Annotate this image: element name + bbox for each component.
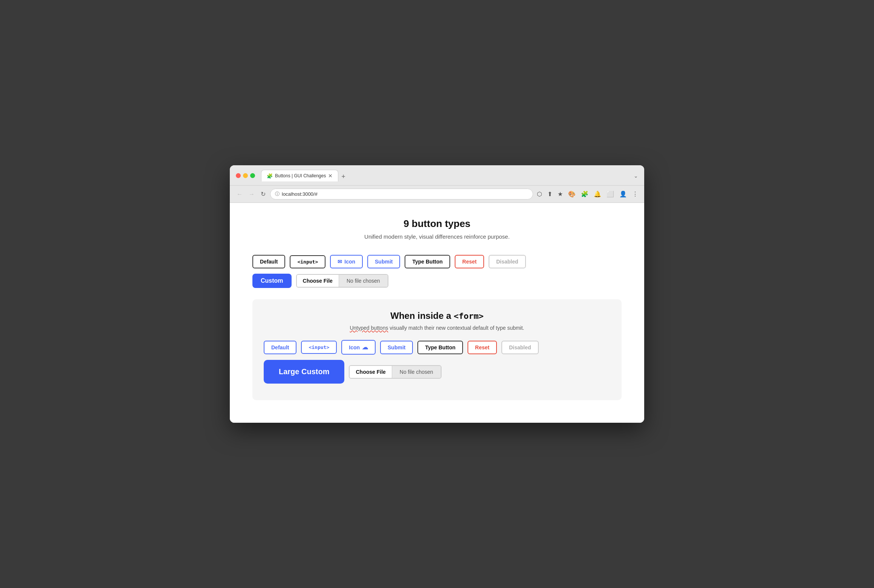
input-button[interactable]: <input>: [290, 255, 325, 268]
toolbar-actions: ⬡ ⬆ ★ 🎨 🧩 🔔 ⬜ 👤 ⋮: [536, 190, 639, 198]
subtitle-rest: visually match their new contextual defa…: [388, 325, 524, 331]
form-type-button[interactable]: Type Button: [417, 341, 463, 354]
reload-button[interactable]: ↻: [259, 190, 267, 198]
form-title-code: <form>: [454, 311, 483, 321]
form-input-button[interactable]: <input>: [301, 341, 337, 354]
security-icon: ⓘ: [275, 191, 280, 197]
icon-button[interactable]: ✉ Icon: [330, 255, 363, 268]
sidebar-icon[interactable]: ⬜: [606, 190, 615, 198]
form-title-text: When inside a: [390, 311, 454, 321]
form-section-subtitle: Untyped buttons visually match their new…: [264, 325, 610, 331]
untyped-text: Untyped buttons: [350, 325, 388, 331]
icon-button-label: Icon: [344, 259, 355, 265]
cloud-icon: ☁: [362, 344, 368, 351]
no-file-label: No file chosen: [339, 275, 388, 287]
address-text: localhost:3000/#: [282, 191, 318, 197]
maximize-button[interactable]: [250, 173, 255, 178]
open-external-icon[interactable]: ⬡: [536, 190, 543, 198]
traffic-lights: [236, 173, 255, 178]
tab-favicon: 🧩: [267, 173, 273, 179]
page-title: 9 button types: [252, 218, 622, 230]
page-content: 9 button types Unified modern style, vis…: [230, 203, 644, 423]
tab-bar: 🧩 Buttons | GUI Challenges ✕ +: [261, 170, 631, 181]
browser-titlebar: 🧩 Buttons | GUI Challenges ✕ + ⌄: [230, 165, 644, 186]
form-icon-button-label: Icon: [349, 344, 360, 350]
share-icon[interactable]: ⬆: [547, 190, 553, 198]
form-disabled-button: Disabled: [501, 341, 538, 354]
back-button[interactable]: ←: [235, 190, 244, 198]
bookmark-icon[interactable]: ★: [557, 190, 564, 198]
file-input-wrapper[interactable]: Choose File No file chosen: [296, 274, 388, 288]
choose-file-button[interactable]: Choose File: [297, 275, 339, 287]
submit-button[interactable]: Submit: [367, 255, 400, 268]
large-custom-button[interactable]: Large Custom: [264, 360, 344, 384]
page-subtitle: Unified modern style, visual differences…: [252, 233, 622, 240]
form-no-file-label: No file chosen: [392, 366, 441, 378]
tab-title: Buttons | GUI Challenges: [275, 173, 326, 178]
form-choose-file-button[interactable]: Choose File: [350, 366, 392, 378]
notification-icon[interactable]: 🔔: [593, 190, 602, 198]
form-reset-button[interactable]: Reset: [468, 341, 497, 354]
disabled-button: Disabled: [489, 255, 526, 268]
custom-button[interactable]: Custom: [252, 274, 292, 288]
forward-button[interactable]: →: [247, 190, 256, 198]
menu-icon[interactable]: ⋮: [631, 190, 639, 198]
envelope-icon: ✉: [338, 259, 342, 265]
form-button-row-2: Large Custom Choose File No file chosen: [264, 360, 610, 384]
default-button[interactable]: Default: [252, 255, 285, 268]
form-icon-button[interactable]: Icon ☁: [341, 340, 376, 355]
form-submit-button[interactable]: Submit: [380, 341, 413, 354]
button-row-1: Default <input> ✉ Icon Submit Type Butto…: [252, 255, 622, 268]
active-tab[interactable]: 🧩 Buttons | GUI Challenges ✕: [261, 170, 338, 181]
extensions-icon[interactable]: 🧩: [580, 190, 589, 198]
form-section: When inside a <form> Untyped buttons vis…: [252, 299, 622, 400]
close-button[interactable]: [236, 173, 241, 178]
form-section-title: When inside a <form>: [264, 311, 610, 321]
form-button-row-1: Default <input> Icon ☁ Submit Type Butto…: [264, 340, 610, 355]
new-tab-button[interactable]: +: [338, 173, 348, 180]
tabs-chevron: ⌄: [634, 173, 638, 179]
minimize-button[interactable]: [243, 173, 248, 178]
form-default-button[interactable]: Default: [264, 341, 296, 354]
address-bar[interactable]: ⓘ localhost:3000/#: [270, 189, 533, 200]
button-row-2: Custom Choose File No file chosen: [252, 274, 622, 288]
tab-close-button[interactable]: ✕: [328, 173, 333, 179]
profile-icon[interactable]: 👤: [619, 190, 628, 198]
color-icon[interactable]: 🎨: [567, 190, 576, 198]
reset-button[interactable]: Reset: [455, 255, 484, 268]
browser-window: 🧩 Buttons | GUI Challenges ✕ + ⌄ ← → ↻ ⓘ…: [230, 165, 644, 423]
browser-toolbar: ← → ↻ ⓘ localhost:3000/# ⬡ ⬆ ★ 🎨 🧩 🔔 ⬜ 👤…: [230, 186, 644, 203]
type-button[interactable]: Type Button: [405, 255, 450, 268]
form-file-input-wrapper[interactable]: Choose File No file chosen: [349, 365, 441, 379]
